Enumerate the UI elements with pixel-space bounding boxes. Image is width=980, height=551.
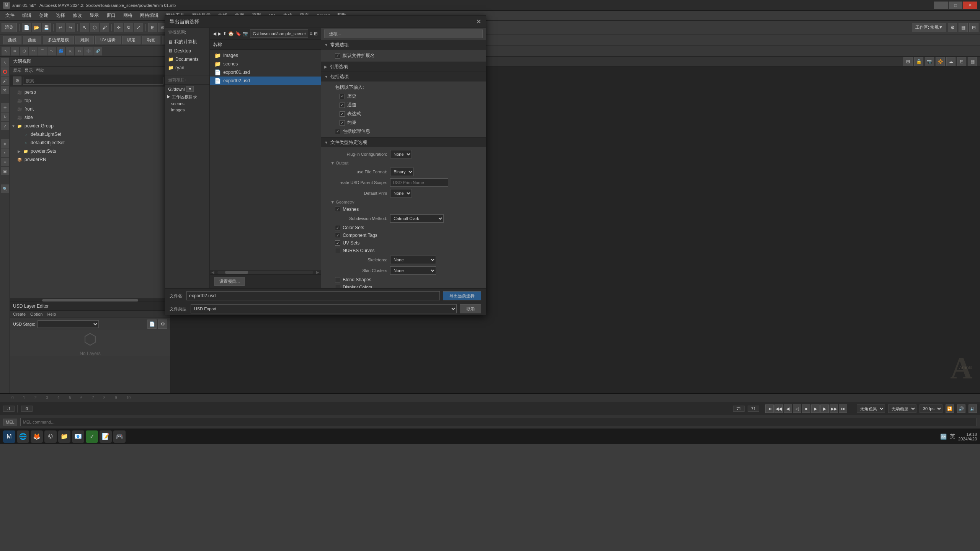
file-path-input[interactable]	[250, 29, 308, 38]
path-bar-up[interactable]: ⬆	[223, 31, 227, 36]
display-colors-checkbox[interactable]	[335, 285, 340, 288]
fps-select[interactable]: 30 fps	[920, 404, 942, 413]
tree-item-powder-Sets[interactable]: ▶ 📁 powder:Sets	[10, 147, 170, 155]
export-dialog[interactable]: 导出当前选择 ✕ 查找范围: 🖥 我的计算机 🖥 Desktop 📁 Docum…	[165, 15, 486, 315]
poly-icon[interactable]: ⬡	[20, 47, 28, 55]
file-nav-ryan[interactable]: 📁 ryan	[165, 64, 209, 72]
scenes-item[interactable]: scenes	[165, 101, 209, 107]
viewport-layout-icon[interactable]: ▦	[968, 57, 977, 66]
file-nav-desktop[interactable]: 🖥 Desktop	[165, 47, 209, 55]
arc-icon[interactable]: ◠	[29, 47, 38, 55]
character-set-select[interactable]: 无角色集	[857, 404, 885, 413]
project-path-dropdown[interactable]: ▼	[186, 86, 194, 92]
tray-network-icon[interactable]: 🔤	[940, 434, 947, 440]
play-back-btn[interactable]: ◁	[793, 404, 801, 413]
usd-create-btn[interactable]: Create	[13, 312, 26, 316]
taskbar-icon-firefox[interactable]: 🦊	[31, 430, 43, 443]
curve-pen-icon[interactable]: ✏	[11, 47, 19, 55]
images-item[interactable]: images	[165, 107, 209, 113]
scale-mode-icon[interactable]: ⤢	[1, 122, 9, 130]
tree-item-persp[interactable]: 🎥 persp	[10, 88, 170, 96]
end-frame-end[interactable]: 71	[748, 406, 759, 412]
open-icon[interactable]: 📂	[32, 23, 41, 32]
tab-curves[interactable]: 曲线	[3, 36, 21, 44]
usd-format-select[interactable]: Binary ASCII	[390, 168, 414, 176]
path-bar-camera[interactable]: 📷	[243, 31, 248, 36]
tree-item-defaultLightSet[interactable]: ○ defaultLightSet	[10, 130, 170, 139]
taskbar-icon-m[interactable]: M	[3, 430, 15, 443]
file-item-scenes[interactable]: 📁 scenes	[210, 60, 321, 68]
nurbs-checkbox[interactable]	[335, 248, 340, 253]
sculpt-mode-icon[interactable]: ⚒	[1, 86, 9, 94]
select-mode-icon[interactable]: ↖	[1, 58, 9, 67]
maximize-button[interactable]: □	[949, 2, 962, 9]
menu-mesh[interactable]: 网格	[119, 11, 136, 21]
new-scene-icon[interactable]: 📄	[22, 23, 31, 32]
hscroll-thumb[interactable]	[225, 271, 248, 274]
menu-display[interactable]: 显示	[86, 11, 103, 21]
go-end-btn[interactable]: ⏭	[839, 404, 847, 413]
blend-shapes-checkbox[interactable]	[335, 277, 340, 282]
menu-file[interactable]: 文件	[2, 11, 18, 21]
taskbar-icon-check[interactable]: ✓	[86, 430, 98, 443]
cancel-button[interactable]: 取消	[460, 304, 481, 313]
uv-sets-checkbox[interactable]: ✓	[335, 240, 340, 246]
file-nav-documents[interactable]: 📁 Documents	[165, 55, 209, 64]
section-include-header[interactable]: ▼ 包括选项	[321, 72, 486, 82]
outliner-help-btn[interactable]: 帮助	[36, 68, 44, 73]
close-button[interactable]: ✕	[963, 2, 977, 9]
file-item-export01[interactable]: 📄 export01.usd	[210, 68, 321, 77]
viewport-icon-4[interactable]: 🔆	[936, 57, 945, 66]
workspace-dir-item[interactable]: ▶ 工作区模目录	[165, 93, 209, 101]
taskbar-icon-browser[interactable]: 🌐	[17, 430, 29, 443]
viewport-icon-3[interactable]: 📷	[925, 57, 934, 66]
tab-animation[interactable]: 动画	[142, 36, 160, 44]
stop-btn[interactable]: ■	[802, 404, 810, 413]
search-scene-icon[interactable]: 🔍	[1, 184, 9, 193]
paint-tool-icon[interactable]: 🖌	[100, 23, 109, 32]
undo-icon[interactable]: ↩	[56, 23, 65, 32]
tree-item-defaultObjectSet[interactable]: ○ defaultObjectSet	[10, 139, 170, 147]
tree-item-powder-group[interactable]: ▼ 📁 powder:Group	[10, 122, 170, 130]
taskbar-icon-mail[interactable]: 📧	[72, 430, 84, 443]
path-bar-bookmark[interactable]: 🔖	[235, 31, 241, 36]
section-filetype-header[interactable]: ▼ 文件类型特定选项	[321, 138, 486, 147]
anim-layer-select[interactable]: 无动画层	[888, 404, 916, 413]
audio-btn[interactable]: 🔊	[957, 404, 965, 413]
next-frame-btn[interactable]: ▶▶	[830, 404, 838, 413]
menu-mesh-edit[interactable]: 网格编辑	[136, 11, 162, 21]
usd-new-layer-icon[interactable]: 📄	[147, 320, 157, 329]
path-list-view[interactable]: ≡	[310, 31, 312, 36]
wave-icon[interactable]: 〜	[47, 47, 56, 55]
prev-frame-btn[interactable]: ◀◀	[774, 404, 783, 413]
hscroll-right[interactable]: ▶	[315, 270, 321, 274]
next-key-btn[interactable]: ▶	[820, 404, 829, 413]
loop-btn[interactable]: 🔁	[946, 404, 954, 413]
edge-icon[interactable]: ━	[1, 158, 9, 166]
settings-icon[interactable]: ⚙	[948, 23, 957, 32]
snap-grid-icon[interactable]: ⊞	[148, 23, 157, 32]
path-grid-view[interactable]: ⊞	[314, 31, 318, 36]
menu-modify[interactable]: 修改	[69, 11, 86, 21]
section-general-header[interactable]: ▼ 常规选项	[321, 40, 486, 50]
history-checkbox[interactable]: ✓	[340, 94, 345, 99]
face-icon[interactable]: ▣	[1, 167, 9, 175]
viewport-grid-icon[interactable]: ⊟	[957, 57, 966, 66]
move-tool-icon[interactable]: ✛	[114, 23, 123, 32]
prev-key-btn[interactable]: ◀	[784, 404, 792, 413]
minimize-button[interactable]: —	[934, 2, 948, 9]
timeline-ruler[interactable]: 0 1 2 3 4 5 6 7 8 9 10	[0, 394, 980, 402]
skeletons-select[interactable]: None	[390, 256, 436, 264]
play-btn[interactable]: ▶	[811, 404, 820, 413]
render-preset-select[interactable]: 渲染	[2, 23, 17, 32]
usd-stage-select[interactable]	[38, 320, 99, 328]
section-reference-header[interactable]: ▶ 引用选项	[321, 62, 486, 72]
menu-edit[interactable]: 编辑	[18, 11, 35, 21]
outliner-search-input[interactable]	[23, 77, 163, 85]
taskbar-icon-notes[interactable]: 📝	[100, 430, 112, 443]
menu-window[interactable]: 窗口	[103, 11, 119, 21]
meshes-checkbox[interactable]: ✓	[335, 207, 340, 212]
display-settings-icon[interactable]: ▦	[959, 23, 968, 32]
lasso-mode-icon[interactable]: ⭕	[1, 67, 9, 76]
paint-mode-icon[interactable]: 🖌	[1, 77, 9, 85]
